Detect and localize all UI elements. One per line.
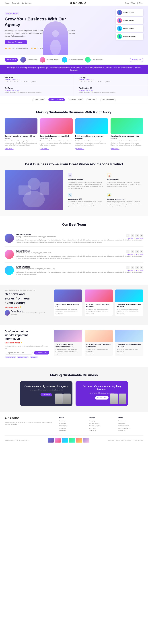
discover-button[interactable]: Discover Company → [5,40,27,44]
team-member-name-4: Ronald Richards [92,59,103,61]
promo-btn-2[interactable]: Subscribe Now [95,396,109,400]
stars-2: ★★★★★ [31,47,38,49]
news-card-text-3: Lorem ipsum dolor sit amet consectetur a… [117,308,142,312]
footer-menu-1: Homepage About page Service page News pa… [59,420,84,432]
footer-menu-item-3-5[interactable]: Contact Us [118,430,143,432]
svg-point-0 [52,30,59,37]
footer-menu-item-2-3[interactable]: Business Analytics [89,425,114,426]
newsletter-cards: Sed Iu Eiusmod Tempor Incididunt Ut Labo… [54,330,143,356]
avatar-row-1: 👤 Aisha Connors [116,9,143,16]
gplus-icon[interactable]: g+ [140,234,143,237]
footer-menu-item-3-1[interactable]: Homepage [118,420,143,422]
card-title-3: Building small thing to create a big com… [75,135,108,139]
linkedin-icon-3[interactable]: in [135,266,139,269]
promo-btn-1[interactable]: Let's create [41,393,52,396]
facebook-icon[interactable]: f [131,234,134,237]
learn-more-1[interactable]: Learn more → [5,148,14,150]
promo-title-2: Get news information about anything busi… [79,385,124,391]
tab-testimonials[interactable]: View Testimonials [100,98,116,102]
footer-menu-item-1-1[interactable]: Homepage [59,420,84,422]
facebook-icon-2[interactable]: f [131,250,134,253]
team-card-top-3: Kristin Watson Lead of marketing directo… [16,266,143,271]
card-title-4: Sustainability great business every mome… [111,135,143,139]
twitter-icon[interactable]: t [126,234,129,237]
tab-best-team[interactable]: Best Team [87,98,97,102]
team-member-1[interactable]: Dianne Russell [20,57,37,62]
footer-menu-item-2-2[interactable]: Business Service [89,422,114,424]
newsletter-submit[interactable]: Subscribe Now [34,351,49,354]
tag-newsletter[interactable]: Newsletter [30,356,38,358]
vision-item-text-3: Eius sollicitudin ut non egestas element… [68,201,104,207]
learn-more-3[interactable]: Learn more → [75,148,84,150]
linkedin-icon-2[interactable]: in [135,250,139,253]
footer-col-title-1: Menu [59,417,84,418]
linkedin-icon[interactable]: in [135,234,139,237]
office-city-1: New York [5,76,69,78]
promo-person-3 [110,394,118,404]
watch-trailer-button[interactable]: Watch Trailer [5,58,18,62]
nav-price[interactable]: Price list [12,2,19,4]
person-silhouette [43,21,68,55]
nl-card-2: Tis In Dolor Sit Amet Consectetur Ipsum … [85,330,113,356]
footer-menu-item-1-2[interactable]: About page [59,422,84,424]
avatar-2: 👤 [117,18,122,23]
nav-menu[interactable]: ◉ Menu [137,2,143,4]
team-member-4[interactable]: Ronald Richards [85,57,103,62]
team-card-info-2: Esther Howard Head Master Design of comp… [16,250,143,260]
tag-digital[interactable]: digital Marketing [5,356,16,358]
news-author: Ronald Richards Lorem ipsum dolor sit am… [5,310,49,316]
office-hours-1: 09:00 AM - 05:00 PM [5,79,69,81]
gplus-icon-3[interactable]: g+ [140,266,143,269]
vision-title: Best Business Come From Great Vision And… [5,162,143,166]
team-member-name-1: Dianne Russell [27,59,37,61]
vision-item-1: ♛ Brand and Identity Eius sollicitudin u… [68,173,104,190]
newsletter-input[interactable] [5,351,33,355]
gplus-icon-2[interactable]: g+ [140,250,143,253]
vision-items: ♛ Brand and Identity Eius sollicitudin u… [68,173,143,207]
tab-complete-service[interactable]: Complete Service [68,98,83,102]
avatar-name-1: Aisha Connors [123,12,134,13]
footer-menu-item-1-4[interactable]: News page [59,428,84,429]
footer-menu-item-2-1[interactable]: Homepage [89,420,114,422]
footer-menu-item-3-3[interactable]: Business Service [118,425,143,426]
logo-icon: ◆ [70,1,72,4]
footer-brand: ◆ DADIGO A delivering outstanding busine… [5,417,55,432]
footer-menu-item-1-3[interactable]: Service page [59,425,84,426]
nav-search[interactable]: Search Office [125,2,135,4]
vision-item-title-1: Brand and Identity [68,179,104,180]
footer-col-2: Service Homepage Business Service Busine… [89,417,114,432]
newsletter-input-row: Subscribe Now [5,351,49,355]
footer-menu-item-3-2[interactable]: News page [118,422,143,424]
team-card-1: Ralph Edwards Quality Control & Assuranc… [5,230,143,247]
footer-thumb-1 [48,438,54,442]
vision-content: ♛ Brand and Identity Eius sollicitudin u… [68,170,143,207]
twitter-icon-3[interactable]: t [126,266,129,269]
team-card-top-1: Ralph Edwards Quality Control & Assuranc… [16,234,143,239]
team-member-3[interactable]: Cameron Williamson [62,57,83,62]
tab-watch-trusted[interactable]: Watch Our Trusted [48,98,65,102]
news-body-1: Tis In Dolor Sit Amet Terae Adip Elit...… [54,302,82,316]
learn-more-2[interactable]: Learn more → [40,148,49,150]
tab-latest-service[interactable]: Latest Service [32,98,45,102]
seo-icon: 🔧 [68,193,72,197]
nav-services[interactable]: Our Services [22,2,32,4]
twitter-icon-2[interactable]: t [126,250,129,253]
promo-card-2: Get news information about anything busi… [76,381,128,406]
footer-menu-item-1-5[interactable]: Contact Us [59,430,84,432]
footer-thumb-3 [62,438,68,442]
facebook-icon-3[interactable]: f [131,266,134,269]
team-card-info-3: Kristin Watson Lead of marketing directo… [16,266,143,276]
nl-title-2: Tis In Dolor Sit Amet Consectetur Ipsum … [86,344,111,348]
team-member-2[interactable]: Darlene Robertson [40,57,59,62]
team-avatar-1 [20,57,26,62]
nav-home[interactable]: Home [5,2,9,4]
join-button[interactable]: Join For Free [130,58,143,62]
team-title: Our Best Team [5,222,143,227]
learn-more-4[interactable]: Learn more → [111,148,119,150]
footer-top: ◆ DADIGO A delivering outstanding busine… [5,417,143,432]
tag-business[interactable]: Business People [17,356,29,358]
footer-menu-item-3-4[interactable]: Business Analytics [118,428,143,429]
svg-point-1 [50,40,61,55]
footer-menu-item-2-4[interactable]: News page [89,428,114,429]
footer-menu-item-2-5[interactable]: Contact Us [89,430,114,432]
